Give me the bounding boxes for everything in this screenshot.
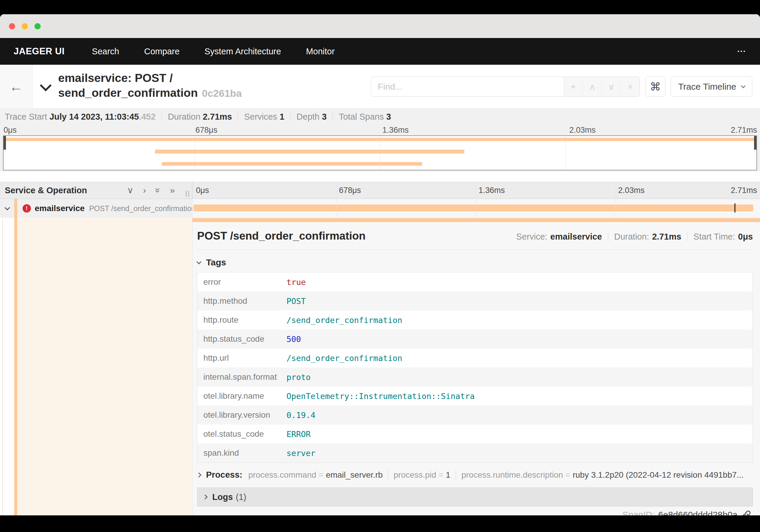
span-detail-header: POST /send_order_confirmation Service:em… (197, 230, 753, 242)
nav-item-compare[interactable]: Compare (144, 47, 180, 56)
timeline-ruler: 0μs678μs1.36ms2.03ms2.71ms (192, 182, 760, 199)
span-detail-section: POST /send_order_confirmation Service:em… (0, 218, 760, 515)
tag-key: otel.library.name (197, 391, 286, 401)
icon-glyph: ∧ (589, 82, 595, 92)
grip-bar (188, 191, 189, 197)
tick-label: 2.03ms (618, 186, 644, 195)
span-row-emailservice[interactable]: ! emailservice POST /send_order_confirma… (0, 199, 760, 218)
chevron-down-icon (197, 259, 202, 264)
keyboard-shortcuts-button[interactable]: ⌘ (645, 76, 665, 97)
tag-key: otel.status_code (197, 429, 286, 439)
tick-label: 1.36ms (382, 125, 409, 135)
tick-label: 678μs (339, 186, 361, 195)
chevron-right-icon (197, 472, 201, 477)
span-detail-content: POST /send_order_confirmation Service:em… (192, 222, 760, 507)
trace-view-selector-label: Trace Timeline (678, 82, 736, 92)
span-operation-name: POST /send_order_confirmation (89, 204, 192, 213)
nav-menu: SearchCompareSystem ArchitectureMonitor (92, 47, 335, 56)
expand-all-icon[interactable]: » (170, 186, 175, 195)
close-button[interactable] (9, 23, 15, 29)
timeline-gridline (616, 199, 616, 218)
nav-item-system-architecture[interactable]: System Architecture (205, 47, 281, 56)
collapse-trace-chevron-icon[interactable] (40, 79, 52, 91)
back-arrow-icon: ← (10, 79, 23, 94)
timeline-gridline (616, 182, 616, 199)
deep-link-icon[interactable] (741, 509, 752, 515)
tag-value: 500 (286, 335, 301, 344)
summary-item: Depth 3 (297, 112, 327, 122)
nav-item-monitor[interactable]: Monitor (306, 47, 335, 56)
tag-value: server (286, 449, 315, 458)
separator (332, 113, 333, 121)
locate-match-icon[interactable]: ⌖ (563, 77, 583, 96)
jaeger-logo[interactable]: JAEGER UI (14, 46, 65, 57)
timeline-minimap[interactable] (3, 135, 757, 170)
summary-item: Trace Start July 14 2023, 11:03:45.452 (5, 112, 156, 122)
command-icon: ⌘ (650, 81, 661, 93)
summary-item: Duration 2.71ms (168, 112, 232, 122)
trace-id: 0c261ba (202, 88, 242, 99)
trace-view-selector[interactable]: Trace Timeline (671, 76, 752, 97)
detail-meta-item: Duration:2.71ms (614, 232, 681, 242)
process-section-toggle[interactable]: Process: process.command=email_server.rb… (197, 470, 753, 480)
prev-match-icon[interactable]: ∧ (583, 77, 601, 96)
service-operation-header: Service & Operation ∨›»» 0μs678μs1.36ms2… (0, 182, 760, 199)
tag-value: 0.19.4 (286, 411, 315, 420)
minimap-span-bar (6, 138, 754, 141)
span-row-timeline-cell (192, 199, 760, 218)
tag-row-otel.library.name: otel.library.nameOpenTelemetry::Instrume… (197, 387, 753, 406)
tag-row-http.status_code: http.status_code500 (197, 329, 753, 349)
tag-row-error: errortrue (197, 272, 753, 292)
detail-meta-item: Start Time:0μs (693, 232, 753, 242)
span-id-footer: SpanID: 6e8d660dddd28b0a (623, 509, 752, 515)
tag-row-otel.status_code: otel.status_codeERROR (197, 424, 753, 444)
icon-glyph: ⌖ (571, 82, 576, 92)
tick-label: 0μs (196, 186, 209, 195)
tag-value: POST (286, 297, 306, 306)
span-id-value: 6e8d660dddd28b0a (658, 510, 737, 515)
collapse-one-icon[interactable]: ∨ (127, 186, 134, 195)
process-key-values: process.command=email_server.rbprocess.p… (249, 470, 744, 480)
log-marker-tick[interactable] (735, 203, 736, 213)
back-button[interactable]: ← (0, 65, 33, 108)
timeline-gridline (565, 136, 566, 170)
trace-subheader: Trace Start July 14 2023, 11:03:45.452Du… (0, 109, 760, 171)
separator (687, 233, 688, 241)
tag-value: /send_order_confirmation (286, 315, 402, 325)
tag-key: internal.span.format (197, 372, 286, 382)
column-resizer-grip[interactable] (186, 191, 189, 197)
nav-overflow-icon[interactable]: ••• (737, 48, 746, 54)
zoom-button[interactable] (34, 23, 41, 29)
find-input[interactable] (371, 77, 563, 96)
minimap-scrubber-right[interactable] (754, 136, 756, 150)
minimize-button[interactable] (22, 23, 28, 29)
top-navbar: JAEGER UI SearchCompareSystem Architectu… (0, 38, 760, 65)
separator (608, 233, 608, 241)
timeline-gridline (337, 182, 337, 199)
tick-label: 678μs (195, 125, 217, 135)
find-group: ⌖∧∨× (371, 76, 640, 97)
divider (197, 249, 753, 250)
span-color-bar (14, 199, 17, 218)
minimap-scrubber-left[interactable] (4, 136, 6, 150)
separator (456, 470, 456, 480)
clear-find-icon[interactable]: × (620, 77, 640, 96)
span-detail-panel: POST /send_order_confirmation Service:em… (192, 218, 760, 515)
tag-value: ERROR (286, 430, 310, 439)
nav-item-search[interactable]: Search (92, 47, 119, 56)
tag-key: http.status_code (197, 334, 286, 344)
logs-section-label: Logs (212, 492, 233, 502)
row-collapse-chevron-icon[interactable] (4, 205, 10, 210)
span-detail-duration-strip[interactable] (192, 218, 760, 222)
logs-section-toggle[interactable]: Logs (1) (197, 487, 753, 507)
tag-value: /send_order_confirmation (286, 354, 402, 363)
expand-one-icon[interactable]: › (143, 186, 146, 195)
process-kv: process.pid=1 (394, 470, 451, 480)
collapse-all-icon[interactable]: » (154, 188, 163, 193)
next-match-icon[interactable]: ∨ (601, 77, 620, 96)
tags-section-toggle[interactable]: Tags (197, 257, 753, 267)
span-duration-bar[interactable] (194, 205, 753, 211)
tag-key: span.kind (197, 448, 286, 458)
tick-label: 2.71ms (731, 186, 757, 195)
trace-page-header: ← emailservice: POST / send_order_confir… (0, 65, 760, 109)
